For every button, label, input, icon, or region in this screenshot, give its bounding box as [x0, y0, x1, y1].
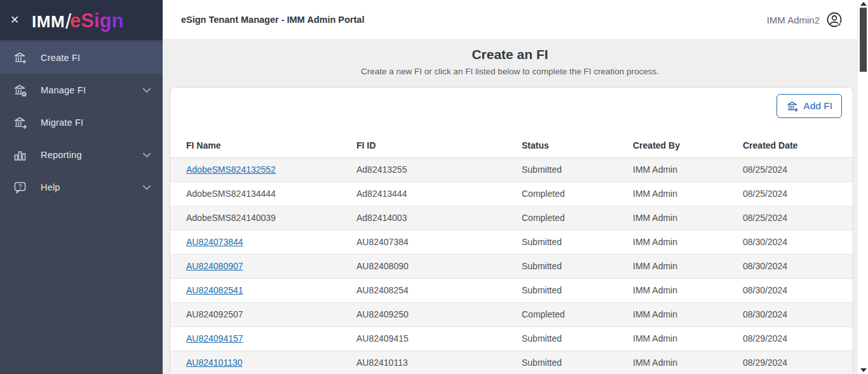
fi-list-card: Add FI FI Name FI ID Status Created By C…: [170, 87, 853, 374]
fi-name-cell: AdobeSMS824140039: [170, 206, 351, 230]
card-toolbar: Add FI: [170, 88, 853, 134]
help-bubble-icon: ?: [13, 180, 28, 195]
created-date-cell: 08/25/2024: [738, 206, 853, 230]
sidebar-close-icon[interactable]: ✕: [10, 15, 27, 25]
scrollbar-up-arrow-icon[interactable]: [860, 2, 867, 6]
chevron-down-icon: [142, 87, 151, 93]
created-date-cell: 08/29/2024: [738, 351, 853, 374]
page-scrollbar[interactable]: [857, 0, 868, 374]
created-by-cell: IMM Admin: [628, 182, 738, 206]
sidebar-item-label: Migrate FI: [41, 117, 151, 128]
created-by-cell: IMM Admin: [628, 326, 738, 351]
table-row: AdobeSMS824134444 Ad82413444 Completed I…: [170, 182, 853, 206]
page-subtitle: Create a new FI or click an FI listed be…: [163, 67, 857, 76]
status-cell: Completed: [517, 206, 628, 230]
app-window: ✕ IMM / eSign Create FI: [0, 0, 868, 374]
logo-slash: /: [65, 10, 71, 34]
fi-name-cell: AU824092507: [170, 302, 351, 326]
sidebar-item-reporting[interactable]: Reporting: [0, 138, 163, 171]
status-cell: Completed: [517, 302, 628, 326]
fi-name-link[interactable]: AU824073844: [186, 237, 243, 247]
fi-name-cell: AU824073844: [170, 230, 351, 254]
fi-id-cell: AU82407384: [351, 230, 517, 254]
table-row: AU824080907 AU82408090 Submitted IMM Adm…: [170, 254, 853, 278]
fi-name-cell: AU824082541: [170, 278, 351, 302]
column-header-status: Status: [517, 134, 628, 157]
sidebar-item-label: Manage FI: [41, 85, 142, 95]
sidebar-item-label: Create FI: [41, 53, 151, 63]
created-by-cell: IMM Admin: [628, 206, 738, 230]
status-cell: Submitted: [517, 278, 628, 302]
sidebar-item-create-fi[interactable]: Create FI: [0, 41, 163, 74]
logo-esign-text: eSign: [70, 10, 123, 32]
status-cell: Submitted: [517, 351, 628, 374]
add-fi-button[interactable]: Add FI: [776, 94, 842, 118]
column-header-created-date: Created Date: [738, 134, 853, 157]
fi-name-cell: AdobeSMS824134444: [170, 182, 351, 206]
user-name: IMM Admin2: [767, 15, 820, 25]
status-cell: Submitted: [517, 230, 628, 254]
fi-name-cell: AdobeSMS824132552: [170, 157, 351, 182]
fi-name-cell: AU824094157: [170, 326, 351, 351]
svg-text:?: ?: [18, 183, 22, 190]
fi-name-link[interactable]: AU824080907: [186, 261, 243, 271]
created-by-cell: IMM Admin: [628, 230, 738, 254]
bank-add-icon: [786, 100, 799, 113]
sidebar-item-migrate-fi[interactable]: Migrate FI: [0, 106, 163, 138]
bank-arrow-icon: [13, 115, 28, 130]
created-by-cell: IMM Admin: [628, 278, 738, 302]
add-fi-button-label: Add FI: [803, 100, 832, 112]
sidebar-item-label: Help: [41, 182, 142, 192]
fi-table-body: AdobeSMS824132552 Ad82413255 Submitted I…: [170, 157, 853, 374]
status-cell: Completed: [517, 182, 628, 206]
created-by-cell: IMM Admin: [628, 351, 738, 374]
fi-name-link[interactable]: AdobeSMS824132552: [186, 164, 276, 175]
fi-id-cell: AU82408090: [351, 254, 517, 278]
fi-id-cell: Ad82413255: [351, 157, 517, 182]
scrollbar-thumb[interactable]: [860, 8, 867, 72]
topbar: eSign Tenant Manager - IMM Admin Portal …: [163, 0, 857, 40]
status-cell: Submitted: [517, 157, 628, 182]
fi-name-link[interactable]: AU824101130: [186, 357, 242, 368]
fi-id-cell: AU82409250: [351, 302, 517, 326]
chevron-down-icon: [142, 152, 151, 158]
status-cell: Submitted: [517, 254, 628, 278]
column-header-fi-id: FI ID: [351, 134, 517, 157]
bank-plus-icon: [13, 50, 28, 65]
bank-gear-icon: [13, 83, 28, 98]
created-date-cell: 08/30/2024: [738, 254, 853, 278]
sidebar-nav: Create FI Manage FI: [0, 40, 163, 203]
scrollbar-down-arrow-icon[interactable]: [860, 368, 867, 372]
table-row: AU824073844 AU82407384 Submitted IMM Adm…: [170, 230, 853, 254]
sidebar: ✕ IMM / eSign Create FI: [0, 0, 163, 374]
user-avatar-icon[interactable]: [825, 11, 843, 29]
fi-id-cell: AU82409415: [351, 326, 517, 351]
sidebar-item-help[interactable]: ? Help: [0, 171, 163, 203]
chevron-down-icon: [142, 184, 151, 190]
sidebar-item-manage-fi[interactable]: Manage FI: [0, 74, 163, 106]
created-by-cell: IMM Admin: [628, 302, 738, 326]
fi-name-cell: AU824101130: [170, 351, 351, 374]
app-title: eSign Tenant Manager - IMM Admin Portal: [181, 15, 364, 25]
main-content: Create an FI Create a new FI or click an…: [163, 40, 857, 374]
sidebar-logo-bar: ✕ IMM / eSign: [0, 0, 163, 40]
page-title: Create an FI: [163, 47, 857, 62]
column-header-created-by: Created By: [628, 134, 738, 157]
fi-name-cell: AU824080907: [170, 254, 351, 278]
created-date-cell: 08/30/2024: [738, 302, 853, 326]
logo-imm-text: IMM: [32, 12, 65, 32]
fi-table: FI Name FI ID Status Created By Created …: [170, 134, 853, 374]
bar-chart-icon: [13, 147, 28, 163]
created-by-cell: IMM Admin: [628, 157, 738, 182]
table-row: AdobeSMS824140039 Ad82414003 Completed I…: [170, 206, 853, 230]
created-by-cell: IMM Admin: [628, 254, 738, 278]
fi-name-link[interactable]: AU824082541: [186, 285, 243, 295]
created-date-cell: 08/29/2024: [738, 326, 853, 351]
fi-id-cell: AU82410113: [351, 351, 517, 374]
sidebar-item-label: Reporting: [41, 150, 142, 160]
fi-table-header-row: FI Name FI ID Status Created By Created …: [170, 134, 853, 157]
fi-name-link[interactable]: AU824094157: [186, 333, 243, 344]
fi-id-cell: Ad82413444: [351, 182, 517, 206]
created-date-cell: 08/25/2024: [738, 182, 853, 206]
table-row: AU824101130 AU82410113 Submitted IMM Adm…: [170, 351, 853, 374]
